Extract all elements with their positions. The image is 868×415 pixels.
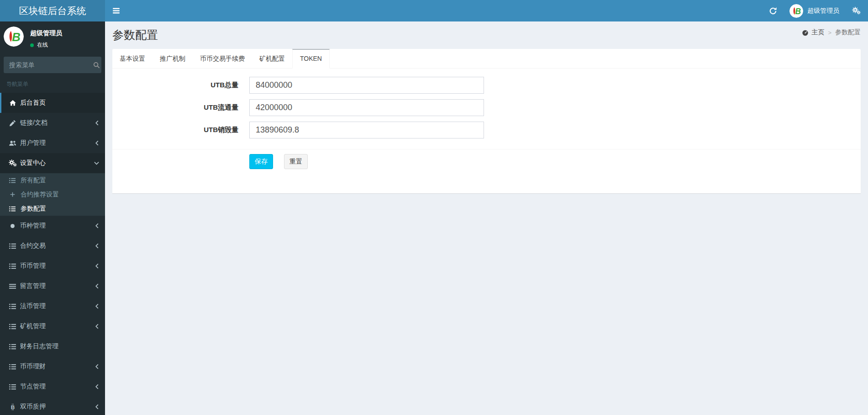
- users-icon: [8, 140, 17, 147]
- svg-text:B: B: [11, 404, 15, 410]
- save-button[interactable]: 保存: [249, 154, 273, 169]
- avatar: B: [789, 4, 803, 18]
- sidebar-item-fiat-mgmt[interactable]: 法币管理: [0, 296, 105, 316]
- page-title: 参数配置: [112, 25, 861, 44]
- utb-burned-input[interactable]: [249, 122, 484, 138]
- svg-text:B: B: [795, 6, 801, 16]
- sidebar-item-message-mgmt[interactable]: 留言管理: [0, 276, 105, 296]
- sidebar-nav-header: 导航菜单: [0, 73, 105, 93]
- list-icon: [8, 363, 17, 370]
- sidebar-item-miner-mgmt[interactable]: 矿机管理: [0, 316, 105, 336]
- sidebar-item-links-docs[interactable]: 链接/文档: [0, 113, 105, 133]
- sidebar-item-label: 节点管理: [20, 383, 46, 391]
- top-navbar: 区块链后台系统 B 超级管理员: [0, 0, 868, 21]
- tab-miner-config[interactable]: 矿机配置: [252, 49, 292, 68]
- sidebar-item-coin-mgmt[interactable]: 币种管理: [0, 216, 105, 236]
- gears-icon: [852, 7, 861, 15]
- refresh-button[interactable]: [762, 0, 784, 21]
- search-input[interactable]: [4, 61, 92, 69]
- tab-basic-settings[interactable]: 基本设置: [112, 49, 153, 68]
- reset-button[interactable]: 重置: [284, 154, 308, 169]
- utb-total-label: UTB总量: [117, 81, 249, 90]
- circle-icon: [8, 223, 17, 229]
- sidebar-item-settings-center[interactable]: 设置中心: [0, 153, 105, 173]
- chevron-left-icon: [95, 140, 100, 146]
- pencil-icon: [8, 120, 17, 127]
- sidebar-item-contract-trade[interactable]: 合约交易: [0, 236, 105, 256]
- sidebar-subitem-contract-recommend[interactable]: 合约推荐设置: [0, 187, 105, 202]
- bars-icon: [8, 283, 17, 290]
- avatar: B: [4, 27, 24, 47]
- chevron-left-icon: [95, 223, 100, 229]
- sidebar-item-label: 后台首页: [20, 99, 46, 107]
- list-icon: [8, 383, 17, 390]
- chevron-left-icon: [95, 120, 100, 126]
- list-icon: [8, 323, 17, 330]
- sidebar-subitem-all-config[interactable]: 所有配置: [0, 173, 105, 187]
- settings-button[interactable]: [845, 0, 868, 21]
- sidebar-item-coin-coin-mgmt[interactable]: 币币管理: [0, 256, 105, 276]
- chevron-left-icon: [95, 283, 100, 289]
- sidebar-item-label: 币种管理: [20, 222, 46, 230]
- breadcrumb-home-link[interactable]: 主页: [802, 28, 824, 37]
- sidebar-user-name: 超级管理员: [30, 29, 62, 37]
- user-menu[interactable]: B 超级管理员: [784, 0, 845, 21]
- tab-coin-trade-fee[interactable]: 币币交易手续费: [193, 49, 252, 68]
- sidebar-item-user-mgmt[interactable]: 用户管理: [0, 133, 105, 153]
- list-icon: [8, 303, 17, 310]
- search-button[interactable]: [92, 57, 101, 73]
- breadcrumb-separator: >: [828, 29, 831, 36]
- sidebar-subitem-param-config[interactable]: 参数配置: [0, 202, 105, 216]
- chevron-left-icon: [95, 243, 100, 249]
- tabs-card: 基本设置 推广机制 币币交易手续费 矿机配置 TOKEN UTB总量 UTB流通…: [112, 49, 861, 193]
- utb-circulating-input[interactable]: [249, 99, 484, 116]
- sidebar-item-label: 矿机管理: [20, 322, 46, 330]
- utb-total-input[interactable]: [249, 77, 484, 94]
- list-icon: [9, 177, 16, 184]
- sidebar-item-label: 设置中心: [20, 159, 46, 167]
- sidebar-search: [4, 57, 101, 73]
- chevron-down-icon: [94, 161, 100, 166]
- user-online-status[interactable]: 在线: [30, 41, 62, 49]
- chevron-left-icon: [95, 263, 100, 269]
- form-row: UTB总量: [117, 77, 856, 94]
- plus-icon: [9, 192, 16, 197]
- token-form: UTB总量 UTB流通量 UTB销毁量: [112, 69, 861, 149]
- sidebar-item-dual-coin-pledge[interactable]: B 双币质押: [0, 397, 105, 415]
- breadcrumb-current: 参数配置: [835, 28, 861, 37]
- sidebar-item-finance-log[interactable]: 财务日志管理: [0, 336, 105, 356]
- list-icon: [8, 343, 17, 350]
- chevron-left-icon: [95, 364, 100, 370]
- tab-token[interactable]: TOKEN: [292, 49, 330, 69]
- refresh-icon: [769, 7, 777, 15]
- sidebar-item-label: 法币管理: [20, 302, 46, 310]
- sidebar-user-panel: B 超级管理员 在线: [0, 21, 105, 54]
- utb-burned-label: UTB销毁量: [117, 126, 249, 134]
- app-logo[interactable]: 区块链后台系统: [0, 0, 105, 21]
- sidebar-item-label: 链接/文档: [20, 119, 47, 127]
- navbar-user-name: 超级管理员: [807, 7, 839, 15]
- sidebar-subitem-label: 所有配置: [21, 176, 46, 185]
- home-icon: [8, 100, 17, 106]
- content-header: 参数配置 主页 > 参数配置: [105, 21, 868, 49]
- sidebar-item-coin-finance[interactable]: 币币理财: [0, 356, 105, 377]
- online-dot-icon: [30, 43, 34, 47]
- sidebar-item-dashboard[interactable]: 后台首页: [0, 93, 105, 113]
- svg-text:B: B: [12, 31, 21, 43]
- form-footer: 保存 重置: [112, 149, 861, 193]
- dashboard-icon: [802, 29, 809, 36]
- gears-icon: [8, 160, 17, 167]
- btc-icon: B: [8, 404, 17, 410]
- list-icon: [8, 263, 17, 270]
- main-content: 参数配置 主页 > 参数配置 基本设置 推广机制 币币交易手续费 矿机配置 TO…: [105, 21, 868, 415]
- sidebar-subitem-label: 参数配置: [21, 205, 46, 213]
- sidebar: B 超级管理员 在线 导航菜单 后台首页 链接/文档: [0, 21, 105, 415]
- settings-submenu: 所有配置 合约推荐设置 参数配置: [0, 173, 105, 216]
- sidebar-item-label: 币币理财: [20, 362, 46, 371]
- chevron-left-icon: [95, 324, 100, 330]
- chevron-left-icon: [95, 303, 100, 309]
- sidebar-item-node-mgmt[interactable]: 节点管理: [0, 377, 105, 397]
- sidebar-item-label: 合约交易: [20, 242, 46, 250]
- tab-promotion-mechanism[interactable]: 推广机制: [153, 49, 193, 68]
- sidebar-toggle-button[interactable]: [105, 0, 127, 21]
